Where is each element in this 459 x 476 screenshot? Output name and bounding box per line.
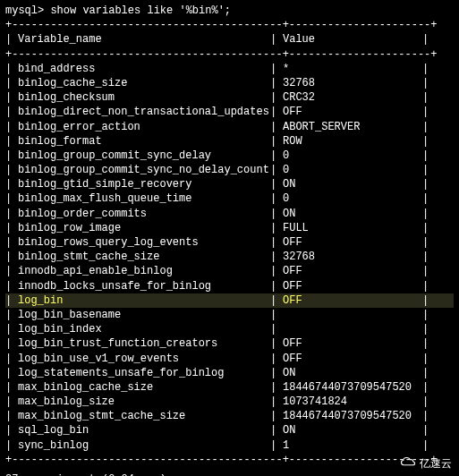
pipe-char: | [270, 163, 279, 177]
pipe-char: | [5, 366, 14, 380]
pipe-char: | [422, 163, 431, 177]
variable-value-cell: OFF [279, 105, 422, 119]
variable-value-cell: OFF [279, 264, 422, 278]
pipe-char: | [270, 76, 279, 90]
pipe-char: | [422, 105, 431, 119]
pipe-char: | [5, 423, 14, 438]
table-row: |binlog_group_commit_sync_no_delay_count… [5, 163, 454, 177]
pipe-char: | [422, 308, 431, 322]
table-border-mid: +---------------------------------------… [5, 47, 454, 62]
pipe-char: | [270, 322, 279, 336]
pipe-char: | [5, 134, 14, 149]
variable-name-cell: bind_address [14, 62, 270, 76]
pipe-char: | [270, 395, 279, 409]
variable-value-cell: 0 [279, 163, 422, 177]
table-border-top: +---------------------------------------… [5, 18, 454, 32]
table-row: |log_bin_use_v1_row_events|OFF| [5, 352, 454, 366]
mysql-prompt: mysql> show variables like '%bin%'; [5, 4, 454, 18]
pipe-char: | [422, 250, 431, 264]
pipe-char: | [5, 250, 14, 264]
variable-value-cell: ABORT_SERVER [279, 120, 422, 134]
table-row: |max_binlog_stmt_cache_size|184467440737… [5, 409, 454, 423]
pipe-char: | [270, 62, 279, 76]
pipe-char: | [270, 134, 279, 149]
pipe-char: | [422, 395, 431, 409]
variable-value-cell: 0 [279, 149, 422, 163]
pipe-char: | [5, 235, 14, 250]
table-row: |binlog_max_flush_queue_time|0| [5, 191, 454, 206]
table-header-row: | Variable_name | Value | [5, 32, 454, 47]
variable-name-cell: log_bin_use_v1_row_events [14, 352, 270, 366]
variable-value-cell: 18446744073709547520 [279, 380, 422, 395]
variable-name-cell: sync_binlog [14, 438, 270, 453]
variable-name-cell: binlog_rows_query_log_events [14, 235, 270, 250]
variable-value-cell: 32768 [279, 250, 422, 264]
pipe-char: | [5, 352, 14, 366]
pipe-char: | [270, 279, 279, 293]
pipe-char: | [270, 191, 279, 206]
table-body: |bind_address|*||binlog_cache_size|32768… [5, 62, 454, 453]
pipe-char: | [5, 120, 14, 134]
pipe-char: | [270, 235, 279, 250]
variable-name-cell: sql_log_bin [14, 423, 270, 438]
pipe-char: | [422, 235, 431, 250]
pipe-char: | [5, 105, 14, 119]
variable-name-cell: binlog_gtid_simple_recovery [14, 177, 270, 191]
pipe-char: | [270, 366, 279, 380]
variable-name-cell: binlog_row_image [14, 221, 270, 235]
watermark: 亿速云 [400, 456, 452, 471]
variable-value-cell: 0 [279, 191, 422, 206]
pipe-char: | [5, 409, 14, 423]
pipe-char: | [422, 336, 431, 351]
pipe-char: | [422, 120, 431, 134]
pipe-char: | [5, 322, 14, 336]
pipe-char: | [422, 293, 431, 308]
table-row: |log_bin|OFF| [5, 293, 454, 308]
pipe-char: | [422, 423, 431, 438]
table-row: |binlog_stmt_cache_size|32768| [5, 250, 454, 264]
table-row: |binlog_row_image|FULL| [5, 221, 454, 235]
table-row: |binlog_error_action|ABORT_SERVER| [5, 120, 454, 134]
pipe-char: | [270, 293, 279, 308]
pipe-char: | [270, 409, 279, 423]
pipe-char: | [270, 423, 279, 438]
pipe-char: | [270, 438, 279, 453]
variable-value-cell: ROW [279, 134, 422, 149]
variable-value-cell [279, 322, 422, 336]
pipe-char: | [5, 149, 14, 163]
variable-name-cell: max_binlog_cache_size [14, 380, 270, 395]
header-col-value: Value [279, 32, 422, 47]
variable-value-cell: OFF [279, 352, 422, 366]
table-row: |innodb_locks_unsafe_for_binlog|OFF| [5, 279, 454, 293]
variable-name-cell: max_binlog_size [14, 395, 270, 409]
table-row: |sync_binlog|1| [5, 438, 454, 453]
table-row: |bind_address|*| [5, 62, 454, 76]
variable-name-cell: binlog_order_commits [14, 207, 270, 221]
pipe-char: | [422, 177, 431, 191]
pipe-char: | [270, 177, 279, 191]
pipe-char: | [422, 221, 431, 235]
variable-name-cell: binlog_cache_size [14, 76, 270, 90]
pipe-char: | [5, 438, 14, 453]
header-col-name: Variable_name [14, 32, 270, 47]
pipe-char: | [270, 250, 279, 264]
variable-name-cell: binlog_stmt_cache_size [14, 250, 270, 264]
variable-value-cell: FULL [279, 221, 422, 235]
pipe-char: | [422, 322, 431, 336]
table-row: |log_bin_index|| [5, 322, 454, 336]
pipe-char: | [422, 352, 431, 366]
variable-value-cell: 1073741824 [279, 395, 422, 409]
pipe-char: | [270, 149, 279, 163]
table-row: |log_statements_unsafe_for_binlog|ON| [5, 366, 454, 380]
variable-name-cell: log_bin_trust_function_creators [14, 336, 270, 351]
variable-name-cell: innodb_api_enable_binlog [14, 264, 270, 278]
table-row: |binlog_group_commit_sync_delay|0| [5, 149, 454, 163]
pipe-char: | [422, 366, 431, 380]
table-row: |binlog_direct_non_transactional_updates… [5, 105, 454, 119]
pipe-char: | [270, 336, 279, 351]
variable-value-cell: CRC32 [279, 90, 422, 105]
pipe-char: | [5, 336, 14, 351]
pipe-char: | [5, 177, 14, 191]
pipe-char: | [422, 264, 431, 278]
variable-name-cell: log_bin_index [14, 322, 270, 336]
